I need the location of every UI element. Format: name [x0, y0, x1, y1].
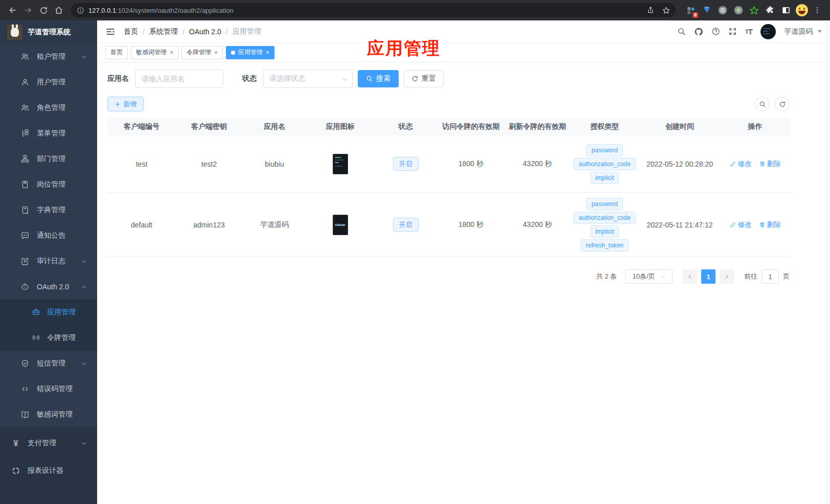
- sidebar-item-label: 岗位管理: [37, 180, 65, 189]
- site-info-icon[interactable]: [77, 7, 84, 14]
- breadcrumb-system[interactable]: 系统管理: [149, 27, 178, 36]
- url-text: 127.0.0.1:1024/system/oauth2/oauth2/appl…: [88, 7, 643, 14]
- close-icon[interactable]: ×: [170, 50, 173, 56]
- user-caret-icon[interactable]: [818, 30, 822, 33]
- next-page-button[interactable]: [720, 269, 734, 284]
- tab-application[interactable]: 应用管理×: [226, 46, 274, 59]
- status-select[interactable]: 请选择状态: [263, 70, 353, 88]
- fullscreen-icon[interactable]: [728, 27, 737, 36]
- sidebar-item-post[interactable]: 岗位管理: [0, 172, 97, 197]
- status-badge: 开启: [393, 157, 419, 171]
- breadcrumb-home[interactable]: 首页: [124, 27, 138, 36]
- tab-token[interactable]: 令牌管理×: [181, 46, 223, 59]
- sidebar-item-report-designer[interactable]: 报表设计器: [0, 458, 97, 484]
- edit-link[interactable]: 修改: [730, 159, 752, 169]
- search-button[interactable]: 搜索: [358, 70, 399, 87]
- delete-link[interactable]: 删除: [759, 220, 781, 230]
- font-size-icon[interactable]: TT: [745, 27, 752, 36]
- back-icon[interactable]: [5, 3, 20, 18]
- delete-link[interactable]: 删除: [759, 159, 781, 169]
- reload-icon[interactable]: [36, 3, 51, 18]
- report-wheel-icon: [11, 466, 20, 475]
- status-select-placeholder: 请选择状态: [269, 74, 305, 83]
- reset-button-label: 重置: [422, 74, 436, 83]
- header-search-icon[interactable]: [677, 27, 686, 36]
- username[interactable]: 芋道源码: [784, 27, 813, 36]
- cell-created-at: 2022-05-12 00:28:20: [639, 160, 721, 168]
- close-icon[interactable]: ×: [214, 50, 218, 56]
- reset-button[interactable]: 重置: [404, 70, 444, 87]
- sidebar-menu: 租户管理 用户管理 角色管理 菜单管理 部门管理 岗位管理: [0, 44, 97, 504]
- sidebar-item-dept[interactable]: 部门管理: [0, 146, 97, 172]
- forward-icon[interactable]: [20, 3, 36, 18]
- add-button[interactable]: 新增: [107, 97, 144, 111]
- sidebar-item-user[interactable]: 用户管理: [0, 70, 97, 95]
- extension-tabs-icon[interactable]: 9: [683, 3, 699, 18]
- sidebar-item-sensitive-word[interactable]: 敏感词管理: [0, 402, 97, 427]
- status-label: 状态: [242, 74, 257, 83]
- user-avatar[interactable]: [760, 24, 776, 39]
- scrollbar[interactable]: [826, 20, 830, 504]
- page-number-button[interactable]: 1: [701, 269, 716, 284]
- split-view-icon[interactable]: [778, 3, 794, 18]
- browser-menu-icon[interactable]: [810, 3, 825, 18]
- edit-link[interactable]: 修改: [730, 220, 752, 230]
- browser-toolbar: 127.0.0.1:1024/system/oauth2/oauth2/appl…: [0, 0, 830, 20]
- tab-label: 令牌管理: [187, 48, 211, 57]
- help-icon[interactable]: [711, 27, 720, 36]
- page-size-select[interactable]: 10条/页: [625, 269, 673, 284]
- sidebar-item-notice[interactable]: 通知公告: [0, 223, 97, 248]
- sidebar-item-pay[interactable]: ¥ 支付管理: [0, 430, 97, 456]
- close-icon[interactable]: ×: [266, 50, 269, 56]
- sidebar-item-oauth-application[interactable]: 应用管理: [0, 300, 97, 325]
- sidebar-item-oauth[interactable]: OAuth 2.0: [0, 274, 97, 300]
- search-form: 应用名 状态 请选择状态 搜索 重置: [107, 70, 790, 88]
- sidebar-item-oauth-token[interactable]: 令牌管理: [0, 325, 97, 351]
- chevron-up-icon: [81, 284, 87, 290]
- extension-gem-icon[interactable]: [699, 3, 714, 18]
- home-icon[interactable]: [51, 3, 66, 18]
- sidebar-item-audit-log[interactable]: 审计日志: [0, 248, 97, 274]
- sidebar-item-dict[interactable]: 字典管理: [0, 197, 97, 223]
- profile-avatar-icon[interactable]: [794, 3, 810, 18]
- url-bar[interactable]: 127.0.0.1:1024/system/oauth2/oauth2/appl…: [71, 3, 676, 17]
- sidebar-item-error-code[interactable]: 错误码管理: [0, 376, 97, 402]
- chevron-down-icon: [660, 274, 665, 279]
- sidebar-item-role[interactable]: 角色管理: [0, 95, 97, 121]
- sidebar-item-label: 审计日志: [37, 257, 65, 266]
- github-icon[interactable]: [694, 27, 703, 36]
- extension-record-icon[interactable]: [730, 3, 746, 18]
- app-icon-thumbnail[interactable]: [333, 154, 348, 174]
- cell-app-name: biubiu: [242, 160, 307, 168]
- share-icon[interactable]: [643, 3, 658, 18]
- breadcrumb-oauth[interactable]: OAuth 2.0: [189, 28, 221, 36]
- edit-label: 修改: [738, 220, 752, 230]
- sidebar-item-sms[interactable]: 短信管理: [0, 351, 97, 376]
- tab-home[interactable]: 首页: [105, 46, 128, 59]
- prev-page-button[interactable]: [683, 269, 697, 284]
- sidebar-item-label: 短信管理: [37, 359, 65, 368]
- breadcrumb-separator: /: [143, 28, 145, 36]
- extensions-puzzle-icon[interactable]: [762, 3, 778, 18]
- sidebar-item-label: 角色管理: [37, 103, 65, 112]
- refresh-table-icon[interactable]: [775, 97, 790, 111]
- app-name-input[interactable]: [135, 70, 223, 88]
- bookmark-star-icon[interactable]: [658, 3, 674, 18]
- sidebar-collapse-icon[interactable]: [105, 27, 116, 37]
- app-logo[interactable]: 芋道管理系统: [0, 20, 97, 44]
- sidebar-item-label: 用户管理: [37, 78, 65, 87]
- sidebar-item-label: 租户管理: [37, 52, 65, 61]
- toggle-search-icon[interactable]: [755, 97, 770, 111]
- delete-label: 删除: [767, 220, 781, 230]
- col-status: 状态: [374, 122, 437, 131]
- extension-area: 9: [683, 3, 825, 18]
- extension-star-icon[interactable]: [746, 3, 762, 18]
- code-icon: [20, 384, 30, 394]
- goto-page-input[interactable]: [762, 269, 779, 284]
- sidebar-item-tenant[interactable]: 租户管理: [0, 44, 97, 70]
- app-icon-thumbnail[interactable]: GitHub: [333, 215, 348, 235]
- tab-sensitive-word[interactable]: 敏感词管理×: [131, 46, 178, 59]
- org-chart-icon: [20, 154, 30, 164]
- sidebar-item-menu[interactable]: 菜单管理: [0, 121, 97, 146]
- extension-command-icon[interactable]: [714, 3, 730, 18]
